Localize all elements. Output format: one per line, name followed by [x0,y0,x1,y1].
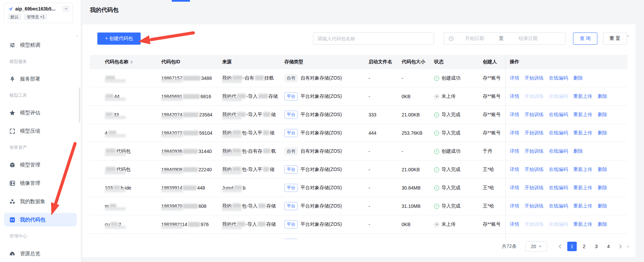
action-link-删除[interactable]: 删除 [598,167,607,173]
sidebar-item-模型管理[interactable]: 模型管理 [4,158,77,172]
action-link-详情[interactable]: 详情 [510,203,519,209]
prev-page-button[interactable] [555,242,565,251]
action-link-重新上传[interactable]: 重新上传 [573,185,592,191]
sort-icon[interactable] [130,60,133,64]
cell-package-id: 198456916816 [161,94,222,99]
cell-actions: 详情开始训练在线编码重新上传删除 [505,160,627,179]
action-link-在线编码[interactable]: 在线编码 [549,167,568,173]
scroll-down-icon[interactable]: ▼ [626,245,629,248]
action-link-删除[interactable]: 删除 [598,93,607,100]
sidebar-item-模型精调[interactable]: 模型精调 [4,38,77,52]
column-header-创建人: 创建人 [483,59,505,65]
cell-creator: 存**账号 [483,93,505,100]
cell-actions: 详情开始训练在线编码重新上传删除 [505,106,627,124]
redacted-subline [222,80,242,83]
cell-source: 我的包-导入存储 [222,203,284,209]
action-link-开始训练[interactable]: 开始训练 [525,203,544,209]
sidebar-item-label: 我的数据集 [20,198,45,205]
cell-package-name: cu2 [90,222,161,227]
sidebar-item-label: 模型管理 [20,162,40,168]
page-number-2[interactable]: 2 [579,242,589,251]
column-header-状态: 状态 [434,59,483,65]
action-link-开始训练[interactable]: 开始训练 [525,75,544,81]
action-link-重新上传[interactable]: 重新上传 [573,130,592,136]
action-link-详情[interactable]: 详情 [510,75,519,81]
column-header-代码包大小: 代码包大小 [402,59,434,65]
storage-text: 平台对象存储(ZOS) [301,203,342,209]
action-link-详情[interactable]: 详情 [510,112,519,118]
package-id-text: 448 [197,185,205,191]
action-link-在线编码[interactable]: 在线编码 [549,203,568,209]
storage-text: 平台对象存储(ZOS) [301,112,342,118]
action-link-重新上传[interactable]: 重新上传 [573,167,592,173]
action-link-重新上传[interactable]: 重新上传 [573,112,592,118]
action-link-开始训练[interactable]: 开始训练 [525,130,544,136]
cell-creator: 存**账号 [483,75,505,81]
action-link-删除[interactable]: 删除 [598,221,607,227]
action-link-详情[interactable]: 详情 [510,130,519,136]
sidebar: aip_69bec163b5... 默认管理员 +1 模型精调模型服务服务部署模… [0,0,81,262]
action-link-开始训练[interactable]: 开始训练 [525,185,544,191]
action-link-在线编码[interactable]: 在线编码 [549,112,568,118]
date-end-placeholder[interactable]: 结束日期 [519,36,538,42]
action-link-详情[interactable]: 详情 [510,93,519,100]
compress-icon [9,128,15,134]
action-link-在线编码[interactable]: 在线编码 [549,75,568,81]
source-text: 存储 [268,93,278,99]
action-link-详情[interactable]: 详情 [510,185,519,191]
create-codepackage-button[interactable]: + 创建代码包 [97,32,141,45]
page-number-3[interactable]: 3 [592,242,601,251]
action-link-删除[interactable]: 删除 [573,148,583,154]
sidebar-item-镜像管理[interactable]: 镜像管理 [4,176,77,190]
status-label: 导入完成 [442,185,460,191]
sidebar-item-label: 模型评估 [20,110,40,116]
page-number-1[interactable]: 1 [567,242,577,251]
sidebar-item-模型评估[interactable]: 模型评估 [4,106,77,119]
cell-actions: 详情开始训练在线编码重新上传删除 [505,215,627,234]
redacted-blur [255,75,264,80]
action-link-详情[interactable]: 详情 [510,148,519,154]
date-range-picker[interactable]: 开始日期 至 结束日期 [444,32,566,45]
action-link-删除[interactable]: 删除 [598,203,607,209]
page-number-4[interactable]: 4 [604,242,613,251]
cell-package-id: 19839870608 [161,203,222,209]
redacted-subline [222,134,242,138]
workspace-selector[interactable]: aip_69bec163b5... 默认管理员 +1 [4,3,73,23]
status-label: 未上传 [442,93,456,100]
chevron-down-icon[interactable] [63,6,69,12]
action-link-重新上传[interactable]: 重新上传 [573,93,592,100]
source-text: -导入 [246,93,258,99]
sidebar-item-我的数据集[interactable]: 我的数据集 [4,195,77,208]
action-link-删除[interactable]: 删除 [598,112,607,118]
sidebar-scrollbar[interactable] [79,87,80,123]
action-link-详情[interactable]: 详情 [510,167,519,173]
search-input[interactable] [313,32,434,45]
action-link-重新上传[interactable]: 重新上传 [573,221,592,227]
column-header-存储类型: 存储类型 [284,59,368,65]
action-link-删除[interactable]: 删除 [598,130,607,136]
date-separator: 至 [499,36,504,42]
action-link-在线编码[interactable]: 在线编码 [549,130,568,136]
action-link-详情[interactable]: 详情 [510,221,519,227]
action-link-在线编码[interactable]: 在线编码 [549,185,568,191]
sidebar-item-资源总览[interactable]: 资源总览 [4,247,77,260]
action-link-在线编码[interactable]: 在线编码 [549,148,568,154]
cell-creator: 存**账号 [483,112,505,118]
action-link-删除[interactable]: 删除 [573,75,583,81]
query-button[interactable]: 查 询 [573,32,597,45]
action-link-重新上传[interactable]: 重新上传 [573,203,592,209]
sidebar-item-我的代码包[interactable]: 我的代码包 [4,213,77,226]
date-start-placeholder[interactable]: 开始日期 [465,36,484,42]
redacted-subline [105,116,126,119]
reset-button[interactable]: 重 置 [603,32,627,45]
action-link-删除[interactable]: 删除 [598,185,607,191]
sidebar-item-服务部署[interactable]: 服务部署 [4,72,77,86]
scroll-up-icon[interactable]: ▲ [626,34,629,37]
cell-status: ✓导入完成 [434,112,483,118]
page-size-select[interactable]: 20 [525,241,547,252]
sidebar-item-模型压缩[interactable]: 模型压缩 [4,124,77,138]
next-page-button[interactable] [616,242,625,251]
action-link-开始训练[interactable]: 开始训练 [525,112,544,118]
action-link-开始训练[interactable]: 开始训练 [525,167,544,173]
action-link-开始训练[interactable]: 开始训练 [525,148,544,154]
